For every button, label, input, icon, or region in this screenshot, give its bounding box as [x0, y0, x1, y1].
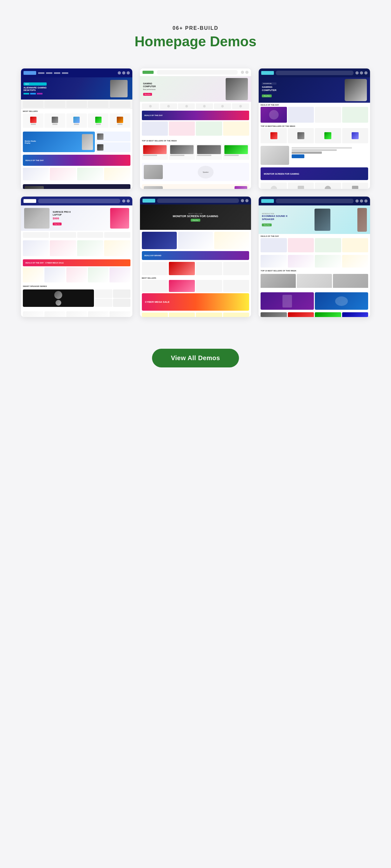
section-title: Homepage Demos [135, 34, 256, 50]
demo-screenshot-1: NEW ALIENWARE GAMINGDESKTOPS MOST SELL [21, 68, 132, 189]
demo-card-2[interactable]: GAMINGCOMPUTER Best performance Shop Now… [140, 68, 251, 189]
demo-card-6[interactable]: INTRODUCTION ECOMMAX SOUND XSPEAKER Shop… [259, 196, 370, 317]
page-wrapper: 06+ PRE-BUILD Homepage Demos NEW ALIENWA… [0, 0, 391, 868]
demo-screenshot-5: BEST SELLER MONITOR SCREEN FOR GAMING Sh… [140, 196, 251, 317]
demo-card-1[interactable]: NEW ALIENWARE GAMINGDESKTOPS MOST SELL [21, 68, 132, 189]
demo-card-4[interactable]: SURFACE PRO 8LAPTOP $999 Shop Now [21, 196, 132, 317]
demo-card-3[interactable]: NEW ARRIVAL GAMINGCOMPUTER Shop Now DEAL… [259, 68, 370, 189]
demo-screenshot-3: NEW ARRIVAL GAMINGCOMPUTER Shop Now DEAL… [259, 68, 370, 189]
demo-screenshot-2: GAMINGCOMPUTER Best performance Shop Now… [140, 68, 251, 189]
demos-grid: NEW ALIENWARE GAMINGDESKTOPS MOST SELL [21, 68, 370, 317]
demo-screenshot-4: SURFACE PRO 8LAPTOP $999 Shop Now [21, 196, 132, 317]
demo-card-5[interactable]: BEST SELLER MONITOR SCREEN FOR GAMING Sh… [140, 196, 251, 317]
section-label: 06+ PRE-BUILD [173, 25, 219, 31]
view-all-button[interactable]: View All Demos [152, 349, 239, 367]
demo-screenshot-6: INTRODUCTION ECOMMAX SOUND XSPEAKER Shop… [259, 196, 370, 317]
